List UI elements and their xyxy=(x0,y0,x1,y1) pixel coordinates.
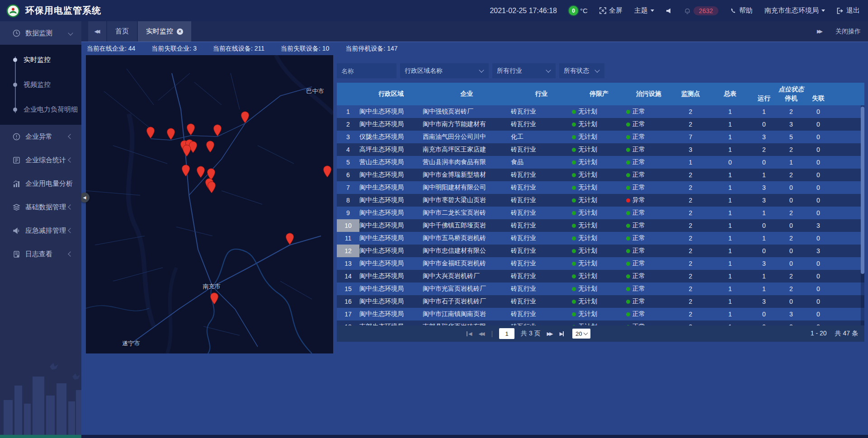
fullscreen-icon xyxy=(599,7,606,14)
organization-dropdown[interactable]: 南充市生态环境局 xyxy=(764,6,825,15)
status-dot-icon xyxy=(572,160,576,165)
row-region: 阆中生态环境局 xyxy=(359,234,423,242)
row-industry: 砖瓦行业 xyxy=(511,171,572,179)
map-panel[interactable]: 巴中市南充市遂宁市 xyxy=(86,55,333,353)
row-region: 阆中生态环境局 xyxy=(359,184,423,192)
row-offline: 0 xyxy=(805,209,832,217)
map-pin-icon[interactable] xyxy=(285,233,294,245)
page-size-select[interactable]: 20 xyxy=(572,329,590,339)
sidebar-subitem-视频监控[interactable]: 视频监控 xyxy=(0,72,81,97)
table-row[interactable]: 15 阆中生态环境局 阆中市光富页岩机砖厂 砖瓦行业 无计划 正常 2 1 1 … xyxy=(337,283,864,295)
map-pin-icon[interactable] xyxy=(167,128,175,140)
sidebar-subitem-企业电力负荷明细[interactable]: 企业电力负荷明细 xyxy=(0,97,81,122)
notification-area[interactable]: 2632 xyxy=(684,6,718,15)
map-pin-icon[interactable] xyxy=(323,165,331,178)
name-search-input[interactable] xyxy=(337,63,396,78)
pagination-bar: ◀ ◀◀ | 共 3 页 ▶▶ ▶ 20 1 - 20 共 47 条 xyxy=(337,325,864,342)
map-pin-icon[interactable] xyxy=(183,145,191,157)
sidebar-item-企业异常[interactable]: 企业异常 xyxy=(0,125,81,148)
table-row[interactable]: 6 阆中生态环境局 阆中市金博瑞新型墙材 砖瓦行业 无计划 正常 2 1 1 2… xyxy=(337,169,864,181)
status-dot-icon xyxy=(572,186,576,190)
row-points: 2 xyxy=(671,273,710,280)
industry-select[interactable]: 所有行业 xyxy=(492,63,556,78)
table-row[interactable]: 16 阆中生态环境局 阆中市石子页岩机砖厂 砖瓦行业 无计划 正常 2 1 3 … xyxy=(337,295,864,308)
map-pin-icon[interactable] xyxy=(181,165,190,177)
map-pin-icon[interactable] xyxy=(210,292,218,305)
speaker-button[interactable] xyxy=(666,8,672,14)
tab-home[interactable]: 首页 xyxy=(107,21,137,42)
status-select[interactable]: 所有状态 xyxy=(559,63,604,78)
table-row[interactable]: 4 高坪生态环境局 南充市高坪区王家店建 砖瓦行业 无计划 正常 3 1 2 2… xyxy=(337,143,864,156)
next-page-button[interactable]: ▶▶ xyxy=(547,331,553,337)
sidebar-item-数据监测[interactable]: 数据监测 xyxy=(0,21,81,45)
map-pin-icon[interactable] xyxy=(186,123,195,136)
table-row[interactable]: 14 阆中生态环境局 阆中大兴页岩机砖厂 砖瓦行业 无计划 正常 2 1 1 2… xyxy=(337,270,864,283)
row-stop-status: 无计划 xyxy=(572,297,626,306)
fullscreen-button[interactable]: 全屏 xyxy=(599,6,623,15)
theme-dropdown[interactable]: 主题 xyxy=(634,6,654,15)
status-dot-icon xyxy=(572,173,576,177)
sidebar-item-企业用电量分析[interactable]: 企业用电量分析 xyxy=(0,172,81,195)
row-offline: 0 xyxy=(805,273,832,280)
status-dot-icon xyxy=(626,148,630,152)
table-row[interactable]: 8 阆中生态环境局 阆中市枣碧大梁山页岩 砖瓦行业 无计划 异常 2 1 3 0… xyxy=(337,194,864,207)
map-pin-icon[interactable] xyxy=(196,166,205,178)
table-row[interactable]: 9 阆中生态环境局 阆中市二龙长宝页岩砖 砖瓦行业 无计划 正常 2 1 1 2… xyxy=(337,207,864,219)
map-pin-icon[interactable] xyxy=(207,181,216,193)
table-scrollbar[interactable] xyxy=(861,105,864,325)
row-meters: 1 xyxy=(710,171,750,179)
table-row[interactable]: 5 营山生态环境局 营山县润丰肉食品有限 食品 无计划 正常 1 0 0 1 0 xyxy=(337,156,864,169)
map-pin-icon[interactable] xyxy=(206,141,215,153)
table-row[interactable]: 18 南部生态环境局 南部县瑞华页岩砖有限 砖瓦行业 无计划 正常 2 1 0 … xyxy=(337,320,864,325)
map-pin-icon[interactable] xyxy=(213,124,222,137)
sidebar-item-应急减排管理[interactable]: 应急减排管理 xyxy=(0,219,81,242)
row-company: 阆中市光富页岩机砖厂 xyxy=(423,285,511,293)
row-facility-status: 正常 xyxy=(626,221,671,230)
table-row[interactable]: 12 阆中生态环境局 阆中市忠信建材有限公 砖瓦行业 无计划 正常 2 1 0 … xyxy=(337,245,864,257)
row-points: 2 xyxy=(671,171,710,179)
row-meters: 1 xyxy=(710,197,750,204)
row-running: 0 xyxy=(750,247,778,254)
sidebar-item-企业综合统计[interactable]: 企业综合统计 xyxy=(0,148,81,172)
row-running: 0 xyxy=(750,159,778,166)
table-row[interactable]: 3 仪陇生态环境局 西南油气田分公司川中 化工 无计划 正常 7 1 3 5 0 xyxy=(337,131,864,143)
sidebar-subitem-实时监控[interactable]: 实时监控 xyxy=(0,47,81,72)
table-row[interactable]: 11 阆中生态环境局 阆中市五马桥页岩机砖 砖瓦行业 无计划 正常 2 1 1 … xyxy=(337,232,864,245)
table-row[interactable]: 17 阆中生态环境局 阆中市江南镇阆南页岩 砖瓦行业 无计划 正常 2 1 0 … xyxy=(337,308,864,320)
page-number-input[interactable] xyxy=(499,328,514,339)
map-pin-icon[interactable] xyxy=(241,111,250,123)
prev-page-button[interactable]: ◀◀ xyxy=(478,331,485,337)
close-circle-icon[interactable]: × xyxy=(177,28,183,35)
close-operations-button[interactable]: 关闭操作 xyxy=(835,28,861,36)
sidebar-item-基础数据管理[interactable]: 基础数据管理 xyxy=(0,195,81,219)
map-pin-icon[interactable] xyxy=(146,127,155,139)
sidebar-item-日志查看[interactable]: 日志查看 xyxy=(0,242,81,266)
tabs-scroll-right-button[interactable]: ▶▶ xyxy=(817,28,823,34)
table-row[interactable]: 13 阆中生态环境局 阆中市金福旺页岩机砖 砖瓦行业 无计划 正常 2 1 3 … xyxy=(337,257,864,270)
help-button[interactable]: 帮助 xyxy=(730,6,753,15)
phone-icon xyxy=(730,8,736,14)
row-meters: 1 xyxy=(710,260,750,267)
row-stop-status: 无计划 xyxy=(572,259,626,268)
bullet-icon xyxy=(13,58,17,62)
table-row[interactable]: 7 阆中生态环境局 阆中明阳建材有限公司 砖瓦行业 无计划 正常 2 1 3 0… xyxy=(337,181,864,194)
last-page-button[interactable]: ▶ xyxy=(560,331,566,337)
status-dot-icon xyxy=(572,287,576,291)
table-row[interactable]: 10 阆中生态环境局 阆中千佛镇五郎垭页岩 砖瓦行业 无计划 正常 2 1 0 … xyxy=(337,219,864,232)
table-row[interactable]: 1 阆中生态环境局 阆中强锐页岩砖厂 砖瓦行业 无计划 正常 2 1 1 2 0 xyxy=(337,105,864,118)
row-offline: 0 xyxy=(805,311,832,318)
tab-realtime-monitor[interactable]: 实时监控 × xyxy=(138,21,191,42)
region-select[interactable]: 行政区域名称 xyxy=(400,63,489,78)
row-region: 阆中生态环境局 xyxy=(359,108,423,116)
row-company: 阆中市二龙长宝页岩砖 xyxy=(423,209,511,217)
first-page-button[interactable]: ◀ xyxy=(466,331,472,337)
table-row[interactable]: 2 阆中生态环境局 阆中市南方节能建材有 砖瓦行业 无计划 正常 2 1 0 3… xyxy=(337,118,864,131)
tabs-scroll-left-button[interactable]: ◀◀ xyxy=(88,21,106,42)
row-running: 3 xyxy=(750,260,778,267)
row-meters: 1 xyxy=(710,222,750,229)
row-stop-status: 无计划 xyxy=(572,158,626,166)
row-facility-status: 正常 xyxy=(626,108,671,116)
logout-button[interactable]: 退出 xyxy=(837,6,860,15)
row-offline: 0 xyxy=(805,298,832,305)
row-index: 6 xyxy=(337,169,359,181)
